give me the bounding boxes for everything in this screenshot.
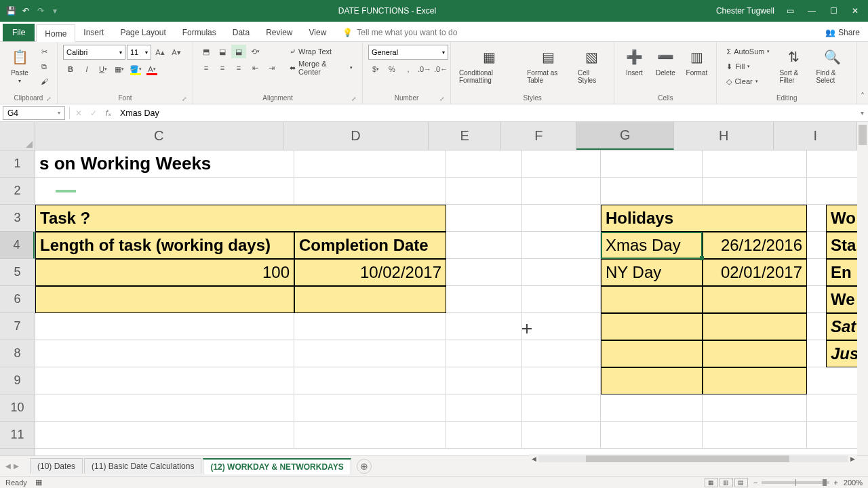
sort-filter-button[interactable]: ⇅Sort & Filter (776, 45, 810, 85)
accounting-format-button[interactable]: $▾ (368, 62, 383, 76)
align-middle-button[interactable]: ⬓ (215, 45, 230, 58)
sheet-tab-0[interactable]: (10) Dates (30, 458, 83, 474)
undo-icon[interactable]: ↶ (20, 5, 31, 16)
cell-h8[interactable] (703, 340, 807, 367)
cell-e9[interactable] (446, 367, 522, 394)
decrease-font-button[interactable]: A▾ (169, 45, 184, 59)
cell-g2[interactable] (601, 178, 703, 205)
cell-f3[interactable] (522, 205, 601, 232)
cell-f6[interactable] (522, 286, 601, 313)
align-right-button[interactable]: ≡ (231, 61, 246, 75)
col-header-c[interactable]: C (35, 122, 283, 150)
fill-color-button[interactable]: 🪣▾ (128, 62, 143, 76)
autosum-button[interactable]: ΣAutoSum▾ (722, 45, 774, 58)
wrap-text-button[interactable]: ⤶Wrap Text (285, 45, 357, 58)
sheet-nav-prev-icon[interactable]: ◀ (5, 462, 11, 470)
row-header-10[interactable]: 10 (0, 394, 35, 422)
sheet-nav-next-icon[interactable]: ▶ (14, 462, 19, 470)
page-break-view-button[interactable]: ▤ (734, 478, 748, 487)
insert-cells-button[interactable]: ➕Insert (620, 45, 648, 78)
cell-g5[interactable]: NY Day (601, 259, 703, 286)
col-header-e[interactable]: E (429, 122, 501, 150)
normal-view-button[interactable]: ▦ (705, 478, 718, 487)
decrease-decimal-button[interactable]: .0← (433, 62, 448, 76)
align-bottom-button[interactable]: ⬓ (231, 45, 246, 58)
row-header-3[interactable]: 3 (0, 205, 35, 232)
name-box[interactable]: G4▾ (3, 106, 65, 120)
cell-c9[interactable] (35, 367, 294, 394)
cell-c7[interactable] (35, 313, 294, 340)
italic-button[interactable]: I (79, 62, 94, 76)
decrease-indent-button[interactable]: ⇤ (248, 61, 262, 75)
cell-g6[interactable] (601, 286, 703, 313)
cell-c3[interactable]: Task ? (35, 205, 446, 232)
cell-f10[interactable] (522, 394, 601, 422)
cell-c5[interactable]: 100 (35, 259, 294, 286)
insert-function-button[interactable]: fₓ (101, 106, 116, 120)
cell-e3[interactable] (446, 205, 522, 232)
minimize-icon[interactable]: — (806, 5, 818, 17)
align-left-button[interactable]: ≡ (199, 61, 214, 75)
cell-c2[interactable] (35, 178, 294, 205)
font-color-button[interactable]: A▾ (144, 62, 159, 76)
zoom-slider[interactable] (762, 481, 829, 484)
cell-c10[interactable] (35, 394, 294, 422)
delete-cells-button[interactable]: ➖Delete (651, 45, 679, 78)
macro-record-icon[interactable]: ▦ (35, 478, 42, 487)
tell-me-search[interactable]: 💡 Tell me what you want to do (334, 24, 465, 41)
cell-d9[interactable] (294, 367, 446, 394)
align-top-button[interactable]: ⬒ (199, 45, 214, 58)
cell-g4[interactable]: Xmas Day (601, 232, 703, 259)
fill-button[interactable]: ⬇Fill▾ (722, 60, 774, 73)
tab-view[interactable]: View (301, 24, 335, 41)
row-header-9[interactable]: 9 (0, 367, 35, 394)
cell-h10[interactable] (703, 394, 807, 422)
row-header-1[interactable]: 1 (0, 150, 35, 178)
formula-input[interactable] (116, 106, 856, 120)
col-header-f[interactable]: F (501, 122, 576, 150)
align-center-button[interactable]: ≡ (215, 61, 230, 75)
cell-h1[interactable] (703, 150, 807, 178)
row-header-11[interactable]: 11 (0, 422, 35, 449)
zoom-level[interactable]: 200% (844, 479, 863, 487)
font-size-combo[interactable]: 11▾ (127, 45, 151, 60)
tab-formulas[interactable]: Formulas (174, 24, 224, 41)
col-header-i[interactable]: I (774, 122, 857, 150)
sheet-tab-2[interactable]: (12) WORKDAY & NETWORKDAYS (203, 458, 351, 474)
cell-d6[interactable] (294, 286, 446, 313)
cell-g3[interactable]: Holidays (601, 205, 807, 232)
ribbon-display-icon[interactable]: ▭ (784, 5, 796, 17)
row-header-4[interactable]: 4 (0, 232, 35, 259)
cell-h6[interactable] (703, 286, 807, 313)
file-tab[interactable]: File (3, 24, 35, 41)
borders-button[interactable]: ▦▾ (112, 62, 127, 76)
new-sheet-button[interactable]: ⊕ (357, 459, 372, 474)
cell-e11[interactable] (446, 422, 522, 449)
cell-e8[interactable] (446, 340, 522, 367)
spreadsheet-grid[interactable]: C D E F G H I 1 2 3 4 5 6 7 8 9 10 11 s … (0, 122, 868, 455)
dialog-launcher-icon[interactable]: ⤢ (439, 96, 445, 102)
cell-e1[interactable] (446, 150, 522, 178)
hscroll-thumb[interactable] (586, 455, 789, 462)
cell-e6[interactable] (446, 286, 522, 313)
row-header-7[interactable]: 7 (0, 313, 35, 340)
row-header-5[interactable]: 5 (0, 259, 35, 286)
select-all-button[interactable] (0, 122, 35, 150)
cell-g11[interactable] (601, 422, 703, 449)
tab-home[interactable]: Home (36, 24, 75, 42)
row-header-2[interactable]: 2 (0, 178, 35, 205)
cell-e10[interactable] (446, 394, 522, 422)
cell-g7[interactable] (601, 313, 703, 340)
cell-e4[interactable] (446, 232, 522, 259)
tab-page-layout[interactable]: Page Layout (112, 24, 174, 41)
cell-d11[interactable] (294, 422, 446, 449)
tab-insert[interactable]: Insert (75, 24, 112, 41)
user-name[interactable]: Chester Tugwell (716, 6, 774, 16)
col-header-d[interactable]: D (283, 122, 429, 150)
cell-h7[interactable] (703, 313, 807, 340)
cell-f4[interactable] (522, 232, 601, 259)
copy-button[interactable]: ⧉ (37, 60, 52, 73)
enter-formula-button[interactable]: ✓ (86, 106, 101, 120)
cell-e2[interactable] (446, 178, 522, 205)
tab-data[interactable]: Data (224, 24, 258, 41)
